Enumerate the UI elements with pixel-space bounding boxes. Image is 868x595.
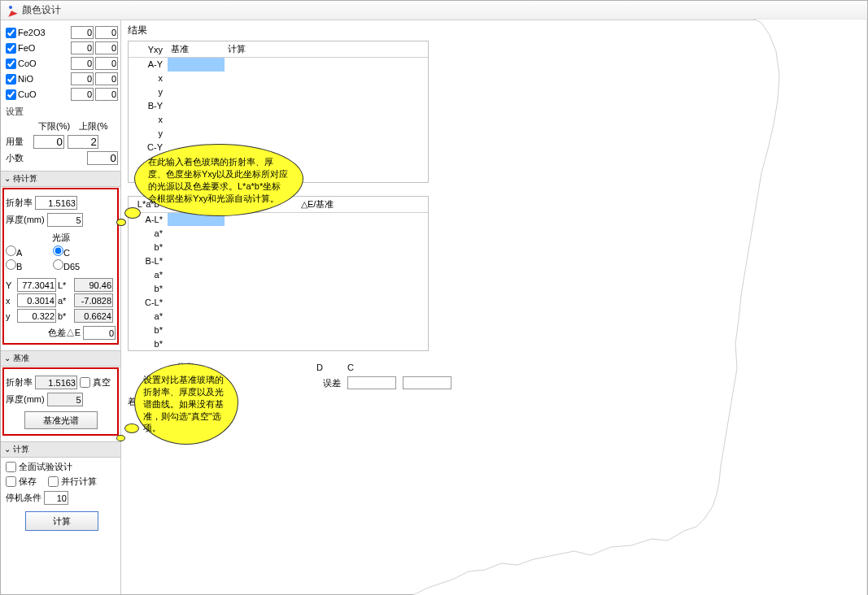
lab-row: B-L*: [129, 254, 168, 267]
calc-section: 全面试验设计 保存 并行计算 停机条件 计算: [6, 458, 118, 537]
Y-input[interactable]: [17, 278, 56, 292]
x-input[interactable]: [17, 293, 56, 307]
chem-upper-coo[interactable]: [95, 57, 118, 70]
qty-lower-input[interactable]: [33, 135, 64, 149]
error-c-box: [403, 376, 451, 389]
callout-tail-icon: [124, 207, 141, 219]
radio-c[interactable]: C: [53, 245, 98, 258]
y-label: y: [6, 311, 15, 321]
caret-icon: ⌄: [4, 354, 11, 363]
chem-checkbox-nio[interactable]: [6, 74, 16, 85]
decimals-label: 小数: [6, 152, 30, 164]
refidx-label: 折射率: [6, 197, 33, 209]
save-label: 保存: [19, 476, 37, 488]
yxy-row: x: [129, 72, 168, 85]
limits-header: 下限(%) 上限(%: [6, 120, 118, 132]
x-label: x: [6, 296, 15, 306]
upper-limit-label: 上限(%: [79, 120, 118, 132]
save-checkbox[interactable]: [6, 476, 16, 487]
yxy-row: B-Y: [129, 99, 168, 113]
yxy-col1: 基准: [168, 41, 225, 58]
refidx-input[interactable]: [35, 196, 77, 210]
y-input[interactable]: [17, 309, 56, 323]
parallel-label: 并行计算: [61, 476, 97, 488]
radio-b[interactable]: B: [6, 259, 50, 271]
group-compute[interactable]: ⌄ 计算: [1, 441, 120, 458]
settings-label: 设置: [6, 106, 118, 118]
results-title: 结果: [128, 24, 864, 37]
caret-icon: ⌄: [4, 174, 11, 183]
highlight-reference: 折射率 真空 厚度(mm) 基准光谱: [2, 367, 119, 436]
Y-label: Y: [6, 280, 15, 290]
callout-tail-icon: [116, 219, 126, 226]
error-d-box: [347, 376, 396, 389]
chem-upper-cuo[interactable]: [95, 88, 118, 101]
chem-lower-feo[interactable]: [71, 41, 94, 54]
yxy-row: y: [129, 85, 168, 99]
chem-lower-cuo[interactable]: [71, 88, 94, 101]
decimals-row: 小数: [6, 151, 118, 165]
lab-row: b*: [129, 240, 168, 254]
dE-input[interactable]: [83, 326, 116, 340]
ref-spectrum-button[interactable]: 基准光谱: [24, 411, 98, 429]
lab-row: b*: [129, 323, 168, 337]
lab-table: L*a*b* 基准 计算 △E/基准 A-L* a* b* B-L* a* b*…: [128, 196, 429, 352]
calculate-button[interactable]: 计算: [25, 511, 98, 531]
info-row: 信息 D C: [128, 361, 864, 373]
lab-row: b*: [129, 281, 168, 295]
lab-row: C-L*: [129, 295, 168, 309]
vacuum-checkbox[interactable]: [80, 377, 90, 388]
chem-upper-feo[interactable]: [95, 41, 118, 54]
thickness-input[interactable]: [47, 213, 83, 227]
titlebar: 颜色设计: [1, 1, 867, 20]
chem-row-coo: CoO: [6, 56, 118, 71]
yxy-col2: 计算: [225, 41, 428, 58]
D-label: D: [316, 363, 323, 372]
stop-label: 停机条件: [6, 492, 41, 504]
full-design-checkbox[interactable]: [6, 462, 16, 472]
chem-lower-fe2o3[interactable]: [71, 26, 94, 39]
chem-checkbox-fe2o3[interactable]: [6, 28, 16, 38]
chem-checkbox-coo[interactable]: [6, 59, 16, 69]
chem-row-cuo: CuO: [6, 87, 118, 102]
L-output: [74, 278, 113, 292]
qty-upper-input[interactable]: [68, 135, 98, 149]
chem-checkbox-cuo[interactable]: [6, 89, 16, 100]
chem-checkbox-feo[interactable]: [6, 43, 16, 54]
chem-lower-nio[interactable]: [71, 72, 94, 85]
lab-row: b*: [129, 337, 168, 350]
radio-d65[interactable]: D65: [53, 259, 98, 271]
parallel-checkbox[interactable]: [48, 476, 59, 487]
chem-upper-fe2o3[interactable]: [95, 26, 118, 39]
group-pending-calc[interactable]: ⌄ 待计算: [1, 171, 120, 187]
stop-input[interactable]: [44, 491, 68, 505]
chem-label: CuO: [18, 89, 69, 99]
yxy-cell-selected[interactable]: [168, 58, 225, 72]
caret-icon: ⌄: [4, 445, 11, 454]
ref-refidx-input: [35, 376, 77, 389]
chem-upper-nio[interactable]: [95, 72, 118, 85]
ref-thickness-input: [47, 393, 83, 406]
full-design-label: 全面试验设计: [19, 461, 72, 473]
group-label: 计算: [13, 445, 29, 454]
chem-lower-coo[interactable]: [71, 57, 94, 70]
group-reference[interactable]: ⌄ 基准: [1, 350, 120, 367]
yxy-row: x: [129, 113, 168, 127]
a-label: a*: [58, 296, 72, 306]
callout-tail-icon: [124, 423, 139, 433]
lab-row: a*: [129, 309, 168, 323]
light-source-label: 光源: [6, 232, 116, 244]
b-label: b*: [58, 311, 72, 321]
ref-thickness-label: 厚度(mm): [6, 393, 45, 406]
L-label: L*: [58, 280, 72, 290]
app-window: 颜色设计 Fe2O3 FeO CoO: [0, 0, 868, 595]
callout-tail-icon: [116, 435, 125, 441]
yxy-col0: Yxy: [129, 41, 168, 58]
lab-row: a*: [129, 226, 168, 240]
vacuum-label: 真空: [93, 376, 111, 389]
chem-row-feo: FeO: [6, 41, 118, 55]
radio-a[interactable]: A: [6, 245, 50, 258]
decimals-input[interactable]: [87, 151, 118, 165]
lab-row: a*: [129, 267, 168, 281]
lab-col3: △E/基准: [298, 197, 428, 213]
